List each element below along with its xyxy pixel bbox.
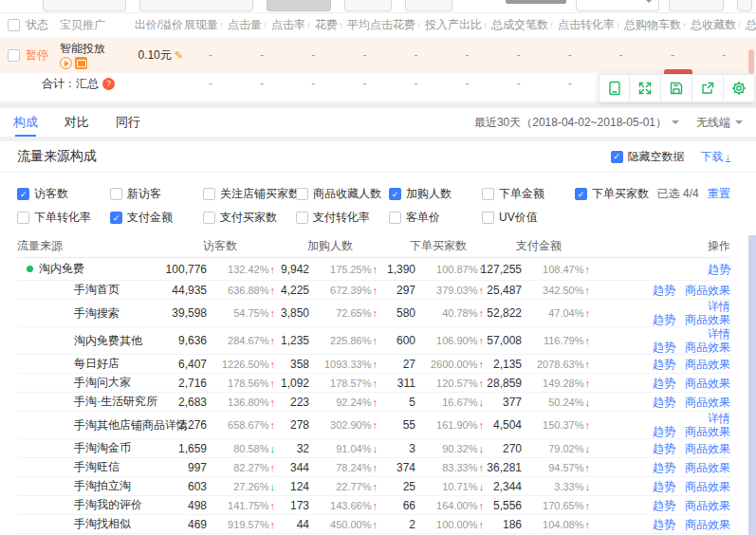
sort-arrow-icon[interactable]: ↑ (737, 20, 742, 30)
metric-checkbox-item[interactable]: 下单转化率 (17, 210, 110, 226)
export-button[interactable] (692, 74, 724, 102)
action-link[interactable]: 趋势 (653, 442, 675, 455)
checkbox-icon[interactable]: ✓ (389, 188, 401, 200)
campaign-col-header[interactable]: 花费↑ (315, 17, 347, 33)
checkbox-icon[interactable] (482, 188, 494, 200)
action-link[interactable]: 趋势 (653, 396, 675, 409)
action-link[interactable]: 详情 (708, 412, 730, 425)
select-all-checkbox[interactable] (8, 19, 20, 31)
source-name[interactable]: 手淘·生活研究所 (74, 394, 157, 410)
action-link[interactable]: 商品效果 (685, 313, 730, 326)
metric-checkbox-item[interactable]: 支付买家数 (203, 210, 296, 226)
sort-arrow-icon[interactable]: ↑ (616, 20, 620, 30)
action-link[interactable]: 商品效果 (685, 499, 730, 512)
metric-checkbox-item[interactable]: 新访客 (110, 186, 203, 202)
action-link[interactable]: 趋势 (653, 358, 675, 371)
campaign-col-header[interactable]: 总购物车数↑ (624, 17, 691, 33)
source-name[interactable]: 手淘淘金币 (74, 440, 131, 456)
source-name[interactable]: 手淘找相似 (74, 516, 131, 532)
campaign-col-header[interactable]: 出价/溢价 (122, 17, 183, 33)
campaign-col-header[interactable]: 平均点击花费↑ (347, 17, 425, 33)
source-name[interactable]: 每日好店 (74, 356, 120, 372)
play-icon[interactable] (60, 57, 72, 69)
col-visitors[interactable]: 访客数 (171, 238, 275, 254)
campaign-col-header[interactable]: 展现量↑ (184, 17, 228, 33)
sort-arrow-icon[interactable]: ↑ (263, 20, 267, 30)
checkbox-icon[interactable] (296, 188, 308, 200)
action-link[interactable]: 商品效果 (685, 518, 730, 531)
action-link[interactable]: 趋势 (653, 284, 675, 297)
action-link[interactable]: 趋势 (653, 313, 675, 326)
reset-link[interactable]: 重置 (708, 187, 730, 200)
source-name[interactable]: 手淘拍立淘 (74, 478, 131, 494)
toolbar-settings-button[interactable] (669, 0, 724, 11)
metric-checkbox-item[interactable]: 客单价 (389, 210, 482, 226)
checkbox-icon[interactable] (17, 212, 29, 224)
action-link[interactable]: 趋势 (708, 263, 730, 276)
toolbar-more-button[interactable] (737, 0, 752, 11)
metric-checkbox-item[interactable]: 支付转化率 (296, 210, 389, 226)
source-name[interactable]: 手淘搜索 (74, 305, 120, 322)
campaign-col-header[interactable]: 总收藏数↑ (691, 17, 746, 33)
action-link[interactable]: 商品效果 (685, 461, 730, 474)
checkbox-icon[interactable] (296, 212, 308, 224)
col-cart-adds[interactable]: 加购人数 (275, 238, 378, 254)
campaign-col-header[interactable]: 投入产出比↑ (425, 17, 491, 33)
settings-button[interactable] (724, 74, 755, 102)
download-link[interactable]: 下载↓ (701, 149, 731, 165)
mobile-preview-button[interactable] (599, 74, 630, 102)
action-link[interactable]: 趋势 (653, 341, 675, 354)
toolbar-button-1[interactable] (43, 0, 126, 11)
campaign-col-header[interactable]: 宝贝推广 (60, 17, 122, 33)
source-name[interactable]: 手淘旺信 (74, 459, 120, 475)
tab-composition[interactable]: 构成 (13, 108, 38, 137)
action-link[interactable]: 商品效果 (685, 341, 730, 354)
action-link[interactable]: 商品效果 (685, 377, 730, 390)
sort-arrow-icon[interactable]: ↑ (483, 20, 488, 30)
metric-checkbox-item[interactable]: 关注店铺买家数 (203, 186, 296, 202)
source-name[interactable]: 手淘问大家 (74, 375, 131, 391)
metric-checkbox-item[interactable]: ✓加购人数 (389, 186, 482, 202)
terminal-selector[interactable]: 无线端 (696, 115, 743, 131)
col-source[interactable]: 流量来源 (17, 238, 171, 254)
sort-arrow-icon[interactable]: ↑ (306, 20, 311, 30)
checkbox-icon[interactable]: ✓ (17, 188, 29, 200)
campaign-col-header[interactable]: 状态 (26, 17, 54, 33)
sort-arrow-icon[interactable]: ↑ (682, 20, 687, 30)
toolbar-dropdown[interactable] (576, 0, 659, 11)
action-link[interactable]: 趋势 (653, 425, 675, 438)
metric-checkbox-item[interactable]: 商品收藏人数 (296, 186, 389, 202)
campaign-col-header[interactable]: 点击率↑ (271, 17, 315, 33)
metric-checkbox-item[interactable]: ✓访客数 (17, 186, 110, 202)
action-link[interactable]: 详情 (708, 327, 730, 341)
hide-empty-checkbox[interactable]: ✓ (611, 151, 623, 163)
checkbox-icon[interactable] (203, 188, 215, 200)
fullscreen-button[interactable] (630, 74, 661, 102)
tab-compare[interactable]: 对比 (65, 108, 89, 137)
toolbar-button-5[interactable] (405, 0, 452, 11)
action-link[interactable]: 商品效果 (685, 284, 730, 297)
action-link[interactable]: 详情 (708, 300, 730, 313)
campaign-row[interactable]: 暂停 智能投放 0.10元✎ ----------- (0, 37, 756, 73)
scroll-thumb-vertical-bottom[interactable] (748, 235, 756, 535)
tab-peers[interactable]: 同行 (116, 108, 140, 137)
checkbox-icon[interactable]: ✓ (110, 212, 122, 224)
checkbox-icon[interactable]: ✓ (575, 188, 587, 200)
col-payment[interactable]: 支付金额 (484, 238, 590, 254)
source-name[interactable]: 手淘我的评价 (74, 497, 142, 513)
col-order-buyers[interactable]: 下单买家数 (378, 238, 484, 254)
source-name[interactable]: 淘内免费其他 (74, 333, 142, 349)
action-link[interactable]: 趋势 (653, 499, 675, 512)
checkbox-icon[interactable] (203, 212, 215, 224)
metric-checkbox-item[interactable]: 下单金额 (482, 186, 575, 202)
image-icon[interactable] (75, 57, 87, 69)
toolbar-button-3[interactable] (267, 0, 331, 11)
campaign-col-header[interactable]: 总成交金额↑ (746, 17, 756, 33)
scroll-thumb-vertical-top[interactable] (748, 49, 754, 74)
action-link[interactable]: 商品效果 (685, 396, 730, 409)
action-link[interactable]: 趋势 (653, 518, 675, 531)
toolbar-button-2[interactable] (139, 0, 253, 11)
sort-arrow-icon[interactable]: ↑ (416, 20, 421, 30)
checkbox-icon[interactable] (389, 212, 401, 224)
action-link[interactable]: 商品效果 (685, 425, 730, 438)
